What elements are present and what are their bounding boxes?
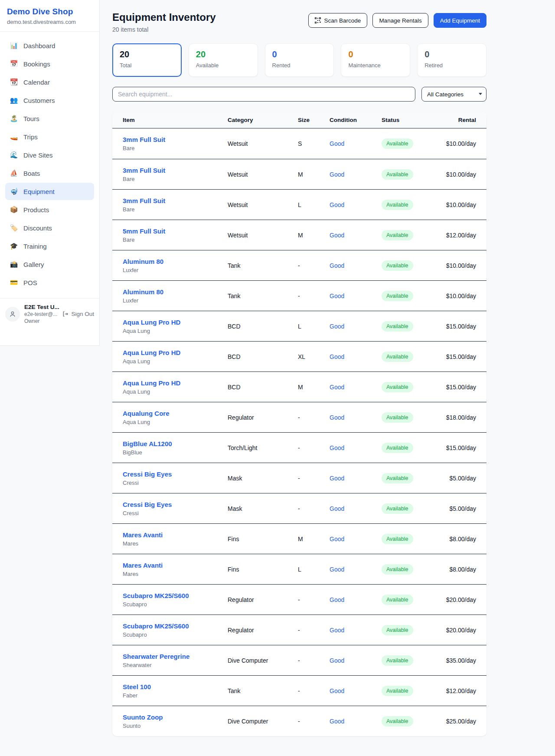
sign-out-button[interactable]: Sign Out: [62, 311, 94, 317]
condition-link[interactable]: Good: [330, 566, 344, 573]
item-name-link[interactable]: Aqualung Core: [123, 410, 170, 417]
item-name-link[interactable]: Aluminum 80: [123, 258, 163, 265]
size-cell: L: [298, 323, 330, 330]
condition-link[interactable]: Good: [330, 687, 344, 694]
sidebar-item-equipment[interactable]: 🤿Equipment: [5, 183, 94, 200]
item-name-link[interactable]: Aluminum 80: [123, 288, 163, 296]
sidebar-item-training[interactable]: 🎓Training: [5, 237, 94, 255]
table-row: Aqua Lung Pro HDAqua LungBCDXLGoodAvaila…: [112, 341, 486, 371]
sidebar-item-gallery[interactable]: 📸Gallery: [5, 256, 94, 273]
sidebar-item-calendar[interactable]: 📆Calendar: [5, 73, 94, 91]
condition-link[interactable]: Good: [330, 140, 344, 147]
column-header-status: Status: [382, 117, 438, 123]
item-brand: Bare: [123, 176, 228, 182]
manage-rentals-button[interactable]: Manage Rentals: [372, 13, 428, 28]
sidebar-item-dashboard[interactable]: 📊Dashboard: [5, 37, 94, 54]
condition-link[interactable]: Good: [330, 232, 344, 239]
sidebar-item-products[interactable]: 📦Products: [5, 201, 94, 218]
stat-value: 20: [120, 49, 174, 59]
table-row: Steel 100FaberTank-GoodAvailable$12.00/d…: [112, 675, 486, 706]
item-cell: Cressi Big EyesCressi: [123, 501, 228, 516]
condition-link[interactable]: Good: [330, 536, 344, 542]
grad-cap-icon: 🎓: [10, 242, 18, 250]
sidebar-item-bookings[interactable]: 📅Bookings: [5, 55, 94, 72]
sidebar-item-label: Dashboard: [23, 42, 55, 49]
add-equipment-button[interactable]: Add Equipment: [434, 13, 486, 28]
condition-link[interactable]: Good: [330, 262, 344, 269]
condition-link[interactable]: Good: [330, 384, 344, 391]
item-name-link[interactable]: Cressi Big Eyes: [123, 470, 172, 478]
stat-card-available[interactable]: 20Available: [189, 43, 258, 77]
rental-cell: $8.00/day: [438, 566, 476, 573]
camera-icon: 📸: [10, 260, 18, 268]
item-name-link[interactable]: Scubapro MK25/S600: [123, 592, 189, 599]
condition-link[interactable]: Good: [330, 596, 344, 603]
item-name-link[interactable]: Cressi Big Eyes: [123, 501, 172, 508]
scan-barcode-button[interactable]: Scan Barcode: [308, 13, 368, 28]
condition-link[interactable]: Good: [330, 475, 344, 482]
item-name-link[interactable]: 3mm Full Suit: [123, 167, 165, 174]
item-name-link[interactable]: Steel 100: [123, 683, 151, 690]
stat-card-total[interactable]: 20Total: [112, 43, 182, 77]
rental-cell: $15.00/day: [438, 444, 476, 451]
item-name-link[interactable]: Mares Avanti: [123, 562, 163, 569]
status-badge: Available: [382, 291, 413, 301]
stat-card-rented[interactable]: 0Rented: [265, 43, 334, 77]
condition-cell: Good: [330, 475, 382, 482]
item-name-link[interactable]: BigBlue AL1200: [123, 440, 172, 447]
item-name-link[interactable]: Mares Avanti: [123, 531, 163, 539]
size-cell: -: [298, 475, 330, 482]
condition-link[interactable]: Good: [330, 201, 344, 208]
sidebar-item-customers[interactable]: 👥Customers: [5, 92, 94, 109]
item-name-link[interactable]: 3mm Full Suit: [123, 197, 165, 204]
condition-link[interactable]: Good: [330, 627, 344, 634]
item-name-link[interactable]: Shearwater Peregrine: [123, 653, 189, 660]
item-name-link[interactable]: Aqua Lung Pro HD: [123, 319, 180, 326]
condition-link[interactable]: Good: [330, 171, 344, 178]
condition-link[interactable]: Good: [330, 505, 344, 512]
size-cell: -: [298, 627, 330, 634]
item-name-link[interactable]: Suunto Zoop: [123, 713, 163, 721]
user-email: e2e-tester@...: [24, 311, 58, 317]
condition-link[interactable]: Good: [330, 718, 344, 725]
sidebar-item-boats[interactable]: ⛵Boats: [5, 164, 94, 182]
sidebar-item-discounts[interactable]: 🏷️Discounts: [5, 219, 94, 237]
item-name-link[interactable]: 5mm Full Suit: [123, 227, 165, 235]
table-row: Cressi Big EyesCressiMask-GoodAvailable$…: [112, 493, 486, 523]
item-brand: Cressi: [123, 510, 228, 516]
sidebar-item-dive-sites[interactable]: 🌊Dive Sites: [5, 146, 94, 164]
rental-cell: $10.00/day: [438, 262, 476, 269]
item-name-link[interactable]: Aqua Lung Pro HD: [123, 379, 180, 387]
search-input[interactable]: [112, 87, 415, 102]
size-cell: L: [298, 566, 330, 573]
condition-link[interactable]: Good: [330, 353, 344, 360]
item-brand: Luxfer: [123, 297, 228, 304]
condition-link[interactable]: Good: [330, 293, 344, 299]
item-name-link[interactable]: Scubapro MK25/S600: [123, 622, 189, 630]
brand-title[interactable]: Demo Dive Shop: [7, 7, 92, 16]
stat-card-retired[interactable]: 0Retired: [417, 43, 486, 77]
condition-cell: Good: [330, 232, 382, 239]
item-cell: Aqua Lung Pro HDAqua Lung: [123, 379, 228, 395]
condition-link[interactable]: Good: [330, 323, 344, 330]
condition-cell: Good: [330, 596, 382, 603]
status-badge: Available: [382, 138, 413, 149]
category-cell: Tank: [228, 687, 298, 694]
condition-link[interactable]: Good: [330, 444, 344, 451]
sidebar-item-trips[interactable]: 🚤Trips: [5, 128, 94, 145]
status-cell: Available: [382, 534, 438, 544]
sidebar-item-pos[interactable]: 💳POS: [5, 274, 94, 291]
sidebar-item-tours[interactable]: 🏝️Tours: [5, 110, 94, 127]
item-name-link[interactable]: 3mm Full Suit: [123, 136, 165, 143]
condition-link[interactable]: Good: [330, 657, 344, 664]
table-row: Aluminum 80LuxferTank-GoodAvailable$10.0…: [112, 250, 486, 280]
person-icon: [9, 311, 16, 318]
status-badge: Available: [382, 473, 413, 483]
status-cell: Available: [382, 595, 438, 605]
category-filter-select[interactable]: All Categories: [421, 87, 486, 102]
status-cell: Available: [382, 169, 438, 180]
rental-cell: $25.00/day: [438, 718, 476, 725]
stat-card-maintenance[interactable]: 0Maintenance: [341, 43, 410, 77]
item-name-link[interactable]: Aqua Lung Pro HD: [123, 349, 180, 356]
condition-link[interactable]: Good: [330, 414, 344, 421]
